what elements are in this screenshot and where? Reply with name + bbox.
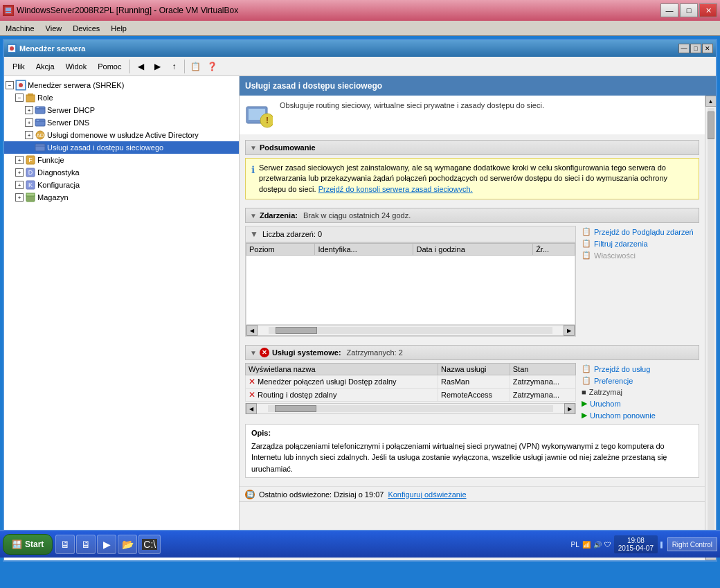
- tree-item-funkcje[interactable]: F Funkcje: [4, 154, 239, 166]
- tree-item-role[interactable]: Role: [4, 91, 239, 104]
- service-row-2[interactable]: ✕ Routing i dostęp zdalny RemoteAccess Z…: [246, 389, 576, 402]
- minimize-button[interactable]: —: [660, 3, 678, 17]
- svc-scroll-left[interactable]: ◀: [246, 403, 257, 414]
- svc-col-name: Wyświetlana nazwa: [246, 364, 438, 375]
- summary-header[interactable]: ▼ Podsumowanie: [245, 140, 699, 155]
- services-extra: Zatrzymanych: 2: [347, 348, 403, 357]
- toolbar-forward[interactable]: ▶: [150, 59, 165, 74]
- menu-pomoc[interactable]: Pomoc: [92, 61, 127, 72]
- summary-info-box: ℹ Serwer zasad sieciowych jest zainstalo…: [245, 158, 699, 199]
- scroll-right-arrow[interactable]: ▶: [564, 325, 575, 336]
- taskbar-item-4[interactable]: 📂: [118, 535, 137, 554]
- vert-scroll-thumb[interactable]: [708, 112, 714, 139]
- tree-item-dns[interactable]: Serwer DNS: [4, 116, 239, 129]
- action-filter-events[interactable]: 📋 Filtruj zdarzenia: [582, 238, 699, 249]
- tree-item-dhcp[interactable]: Serwer DHCP: [4, 104, 239, 116]
- maximize-button[interactable]: □: [680, 3, 698, 17]
- tree-root[interactable]: Menedżer serwera (SHREK): [4, 79, 239, 91]
- date-display: 2015-04-07: [618, 544, 654, 552]
- taskbar-items: 🖥 🖥 ▶ 📂 C:\: [55, 535, 568, 554]
- tree-adds-label: Usługi domenowe w usłudze Active Directo…: [47, 131, 199, 139]
- services-horiz-scrollbar[interactable]: ◀ ▶: [245, 403, 576, 414]
- taskbar-item-3[interactable]: ▶: [97, 535, 116, 554]
- svg-rect-10: [28, 93, 33, 96]
- action-goto-services[interactable]: 📋 Przejdź do usług: [582, 363, 699, 375]
- tree-item-adds[interactable]: AD Usługi domenowe w usłudze Active Dire…: [4, 129, 239, 141]
- inner-window-title: Menedżer serwera: [19, 44, 85, 53]
- tree-item-npas[interactable]: Usługi zasad i dostępu sieciowego: [4, 141, 239, 154]
- tree-item-magazyn[interactable]: Magazyn: [4, 191, 239, 204]
- right-panel-header: Usługi zasad i dostępu sieciowego: [240, 76, 716, 96]
- tree-item-konfiguracja[interactable]: K Konfiguracja: [4, 179, 239, 191]
- right-panel-title: Usługi zasad i dostępu sieciowego: [245, 81, 382, 91]
- tree-expand-konfiguracja[interactable]: [15, 181, 24, 189]
- action-stop[interactable]: ■ Zatrzymaj: [582, 386, 699, 398]
- menu-machine[interactable]: Machine: [0, 23, 40, 34]
- inner-minimize[interactable]: —: [678, 44, 690, 53]
- svc-status-2: Zatrzymana...: [510, 389, 575, 402]
- tree-expand-dns[interactable]: [25, 118, 33, 127]
- svc-scroll-right[interactable]: ▶: [564, 403, 575, 414]
- menu-view[interactable]: View: [40, 23, 68, 34]
- menu-widok[interactable]: Widok: [60, 61, 93, 72]
- service-row-1[interactable]: ✕ Menedżer połączeń usługi Dostęp zdalny…: [246, 375, 576, 389]
- toolbar-help[interactable]: ❓: [204, 59, 219, 74]
- svc-status-1: Zatrzymana...: [510, 375, 575, 389]
- services-header[interactable]: ▼ ✕ Usługi systemowe: Zatrzymanych: 2: [245, 345, 699, 360]
- right-vert-scrollbar[interactable]: ▲ ▼: [705, 96, 716, 560]
- toolbar-up[interactable]: ↑: [166, 59, 181, 74]
- close-button[interactable]: ✕: [699, 3, 717, 17]
- svc-name-2: ✕ Routing i dostęp zdalny: [246, 389, 438, 402]
- inner-close[interactable]: ✕: [702, 44, 713, 53]
- inner-restore[interactable]: □: [690, 44, 701, 53]
- toolbar-show[interactable]: 📋: [188, 59, 203, 74]
- tree-funkcje-label: Funkcje: [37, 156, 64, 164]
- tree-expand-role[interactable]: [15, 93, 24, 102]
- right-control-button[interactable]: Right Control: [667, 537, 717, 551]
- tree-expand-diagnostyka[interactable]: [15, 168, 24, 177]
- events-header[interactable]: ▼ Zdarzenia: Brak w ciągu ostatnich 24 g…: [245, 208, 699, 223]
- events-actions: 📋 Przejdź do Podglądu zdarzeń 📋 Filtruj …: [582, 226, 699, 337]
- taskbar-item-2[interactable]: 🖥: [76, 535, 96, 554]
- action-view-events[interactable]: 📋 Przejdź do Podglądu zdarzeń: [582, 226, 699, 238]
- action-start[interactable]: ▶ Uruchom: [582, 398, 699, 409]
- scroll-left-arrow[interactable]: ◀: [246, 325, 258, 336]
- status-bar: [240, 501, 705, 517]
- taskbar-item-5[interactable]: C:\: [138, 535, 161, 554]
- outer-menu-bar: Machine View Devices Help: [0, 21, 720, 36]
- menu-help[interactable]: Help: [105, 23, 132, 34]
- tree-root-label: Menedżer serwera (SHREK): [28, 81, 124, 89]
- tree-npas-label: Usługi zasad i dostępu sieciowego: [47, 143, 163, 152]
- start-button[interactable]: 🪟 Start: [3, 534, 53, 555]
- service-big-icon: !: [245, 101, 273, 129]
- tree-item-diagnostyka[interactable]: D Diagnostyka: [4, 166, 239, 179]
- menu-plik[interactable]: Plik: [7, 61, 30, 72]
- menu-devices[interactable]: Devices: [67, 23, 105, 34]
- menu-akcja[interactable]: Akcja: [30, 61, 60, 72]
- tree-expand-root[interactable]: [6, 81, 14, 89]
- scroll-thumb[interactable]: [276, 327, 317, 334]
- vert-scroll-up[interactable]: ▲: [705, 96, 717, 107]
- scroll-track: [269, 327, 552, 334]
- action-restart[interactable]: ▶ Uruchom ponownie: [582, 409, 699, 421]
- summary-link[interactable]: Przejdź do konsoli serwera zasad sieciow…: [318, 185, 473, 193]
- configure-refresh-link[interactable]: Konfiguruj odświeżanie: [388, 490, 466, 499]
- tree-dns-label: Serwer DNS: [47, 118, 89, 127]
- show-desktop-icon[interactable]: ▌: [660, 542, 665, 548]
- svc-scroll-thumb[interactable]: [275, 405, 316, 412]
- tree-expand-adds[interactable]: [25, 131, 33, 139]
- events-title: Zdarzenia:: [260, 211, 298, 220]
- svg-rect-16: [37, 120, 39, 121]
- tree-expand-funkcje[interactable]: [15, 156, 24, 164]
- taskbar-item-1[interactable]: 🖥: [55, 535, 75, 554]
- tree-expand-magazyn[interactable]: [15, 193, 24, 202]
- events-section: ▼ Zdarzenia: Brak w ciągu ostatnich 24 g…: [240, 208, 705, 339]
- action-preferences[interactable]: 📋 Preferencje: [582, 375, 699, 386]
- events-horiz-scrollbar[interactable]: ◀ ▶: [246, 325, 575, 336]
- taskbar: 🪟 Start 🖥 🖥 ▶ 📂 C:\ PL 📶 🔊 🛡: [0, 530, 720, 558]
- server-manager-icon: [7, 44, 17, 53]
- services-title: Usługi systemowe:: [272, 348, 341, 357]
- tree-expand-dhcp[interactable]: [25, 106, 33, 114]
- toolbar-back[interactable]: ◀: [133, 59, 148, 74]
- action-properties[interactable]: 📋 Właściwości: [582, 249, 699, 261]
